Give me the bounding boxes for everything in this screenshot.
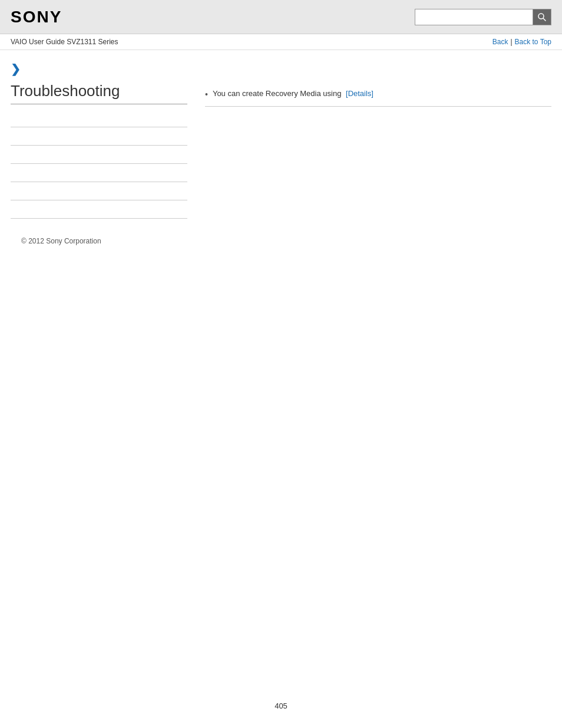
- sidebar-heading: Troubleshooting: [11, 82, 187, 104]
- bullet-icon: •: [205, 90, 208, 99]
- content-item-text: You can create Recovery Media using: [213, 89, 341, 98]
- page-number: 405: [275, 701, 287, 710]
- svg-point-0: [538, 14, 544, 19]
- sidebar-link-6[interactable]: [11, 205, 187, 213]
- section-arrow-icon: ❯: [11, 62, 551, 76]
- list-item: [11, 109, 187, 127]
- sidebar-link-2[interactable]: [11, 132, 187, 140]
- right-content: • You can create Recovery Media using [D…: [205, 82, 551, 219]
- sidebar-link-1[interactable]: [11, 114, 187, 122]
- nav-links: Back | Back to Top: [492, 38, 551, 46]
- copyright-text: © 2012 Sony Corporation: [21, 237, 101, 245]
- nav-bar: VAIO User Guide SVZ1311 Series Back | Ba…: [0, 34, 562, 50]
- sidebar-links: [11, 109, 187, 219]
- breadcrumb: VAIO User Guide SVZ1311 Series: [11, 38, 118, 46]
- details-link[interactable]: [Details]: [346, 89, 373, 98]
- svg-line-1: [543, 18, 546, 21]
- list-item: [11, 200, 187, 219]
- sidebar-link-3[interactable]: [11, 150, 187, 159]
- search-input[interactable]: [415, 9, 533, 25]
- back-to-top-link[interactable]: Back to Top: [515, 38, 551, 46]
- content-layout: Troubleshooting: [11, 82, 551, 219]
- list-item: [11, 146, 187, 164]
- nav-separator: |: [510, 38, 512, 46]
- back-link[interactable]: Back: [492, 38, 508, 46]
- content-text: You can create Recovery Media using [Det…: [213, 89, 551, 98]
- content-item: • You can create Recovery Media using [D…: [205, 82, 551, 107]
- header-search-area: [415, 9, 551, 25]
- search-button[interactable]: [533, 9, 551, 25]
- site-header: SONY: [0, 0, 562, 34]
- list-item: [11, 182, 187, 200]
- footer-area: © 2012 Sony Corporation: [11, 225, 551, 257]
- sidebar-link-5[interactable]: [11, 187, 187, 195]
- left-sidebar: Troubleshooting: [11, 82, 187, 219]
- search-icon: [537, 12, 547, 22]
- main-content: ❯ Troubleshooting: [0, 50, 562, 269]
- list-item: [11, 164, 187, 182]
- list-item: [11, 127, 187, 146]
- sidebar-link-4[interactable]: [11, 169, 187, 177]
- sony-logo: SONY: [11, 8, 62, 27]
